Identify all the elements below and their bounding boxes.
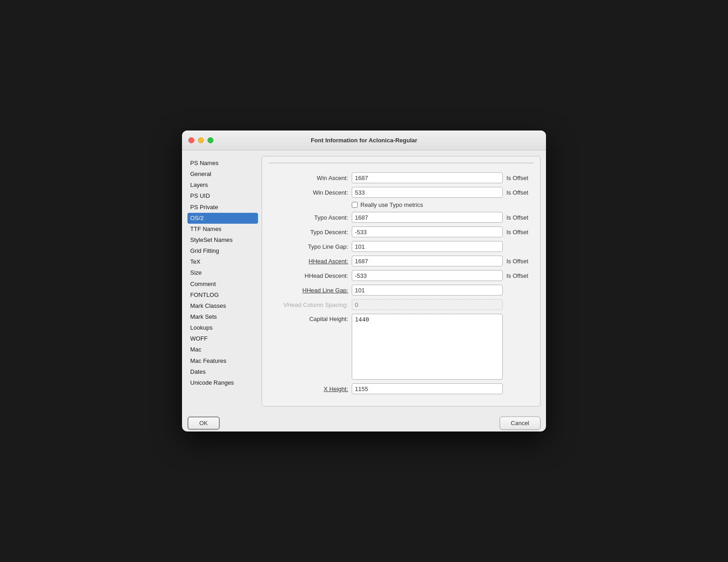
sidebar-item-dates[interactable]: Dates <box>187 366 258 377</box>
hhead-ascent-label: HHead Ascent: <box>268 258 348 265</box>
tab-bar <box>268 163 534 163</box>
hhead-descent-offset: Is Offset <box>506 272 534 279</box>
sidebar-item-styleset-names[interactable]: StyleSet Names <box>187 235 258 246</box>
sidebar-item-mac[interactable]: Mac <box>187 344 258 355</box>
typo-line-gap-row: Typo Line Gap: <box>268 241 534 252</box>
sidebar-item-mark-sets[interactable]: Mark Sets <box>187 311 258 322</box>
cancel-label: Cancel <box>511 420 529 427</box>
sidebar-item-mark-classes[interactable]: Mark Classes <box>187 301 258 311</box>
sidebar-item-ps-names[interactable]: PS Names <box>187 158 258 169</box>
win-descent-input[interactable] <box>352 187 503 198</box>
hhead-ascent-row: HHead Ascent: Is Offset <box>268 256 534 266</box>
hhead-line-gap-row: HHead Line Gap: <box>268 285 534 296</box>
win-ascent-label: Win Ascent: <box>268 175 348 181</box>
win-ascent-offset: Is Offset <box>506 175 534 181</box>
sidebar-item-ttf-names[interactable]: TTF Names <box>187 224 258 235</box>
win-descent-label: Win Descent: <box>268 189 348 196</box>
sidebar-item-ps-private[interactable]: PS Private <box>187 202 258 213</box>
typo-line-gap-input[interactable] <box>352 241 503 252</box>
sidebar-item-lookups[interactable]: Lookups <box>187 322 258 333</box>
typo-ascent-input[interactable] <box>352 212 503 223</box>
sidebar-item-size[interactable]: Size <box>187 267 258 278</box>
x-height-row: X Height: <box>268 383 534 394</box>
minimize-button[interactable] <box>198 137 204 143</box>
sidebar-item-unicode-ranges[interactable]: Unicode Ranges <box>187 377 258 388</box>
x-height-label: X Height: <box>268 386 348 392</box>
win-descent-row: Win Descent: Is Offset <box>268 187 534 198</box>
app-window: Font Information for Aclonica-Regular PS… <box>182 130 546 432</box>
hhead-descent-row: HHead Descent: Is Offset <box>268 270 534 281</box>
x-height-input[interactable] <box>352 383 503 394</box>
sidebar-item-woff[interactable]: WOFF <box>187 333 258 344</box>
sidebar-item-comment[interactable]: Comment <box>187 279 258 290</box>
typo-ascent-row: Typo Ascent: Is Offset <box>268 212 534 223</box>
vhead-col-spacing-input <box>352 299 503 310</box>
hhead-ascent-offset: Is Offset <box>506 258 534 265</box>
hhead-descent-input[interactable] <box>352 270 503 281</box>
hhead-line-gap-input[interactable] <box>352 285 503 296</box>
typo-ascent-label: Typo Ascent: <box>268 214 348 221</box>
win-ascent-row: Win Ascent: Is Offset <box>268 172 534 183</box>
typo-ascent-offset: Is Offset <box>506 214 534 221</box>
close-button[interactable] <box>188 137 194 143</box>
win-ascent-input[interactable] <box>352 172 503 183</box>
typo-metrics-checkbox[interactable] <box>352 202 358 208</box>
sidebar-item-layers[interactable]: Layers <box>187 180 258 191</box>
hhead-ascent-input[interactable] <box>352 256 503 266</box>
sidebar-item-ps-uid[interactable]: PS UID <box>187 191 258 201</box>
window-content: PS NamesGeneralLayersPS UIDPS PrivateOS/… <box>182 151 546 412</box>
cancel-button[interactable]: Cancel <box>500 416 541 430</box>
typo-descent-row: Typo Descent: Is Offset <box>268 226 534 237</box>
form-area: Win Ascent: Is Offset Win Descent: Is Of… <box>268 171 534 400</box>
ok-button[interactable]: OK <box>187 416 220 430</box>
typo-metrics-label: Really use Typo metrics <box>360 201 423 208</box>
capital-height-label: Capital Height: <box>268 314 348 322</box>
window-title: Font Information for Aclonica-Regular <box>311 137 417 144</box>
traffic-lights <box>188 137 213 143</box>
main-panel: Win Ascent: Is Offset Win Descent: Is Of… <box>262 156 541 406</box>
titlebar: Font Information for Aclonica-Regular <box>182 130 546 151</box>
ok-label: OK <box>199 420 208 427</box>
capital-height-textarea[interactable] <box>352 314 503 380</box>
vhead-col-spacing-label: VHead Column Spacing: <box>268 301 348 308</box>
sidebar-item-os2[interactable]: OS/2 <box>187 213 258 224</box>
typo-descent-offset: Is Offset <box>506 229 534 236</box>
maximize-button[interactable] <box>207 137 213 143</box>
hhead-descent-label: HHead Descent: <box>268 272 348 279</box>
typo-line-gap-label: Typo Line Gap: <box>268 243 348 250</box>
sidebar-item-tex[interactable]: TeX <box>187 256 258 267</box>
vhead-col-spacing-row: VHead Column Spacing: <box>268 299 534 310</box>
typo-metrics-row: Really use Typo metrics <box>268 201 534 208</box>
button-bar: OK Cancel <box>182 412 546 432</box>
sidebar: PS NamesGeneralLayersPS UIDPS PrivateOS/… <box>187 156 258 406</box>
sidebar-item-general[interactable]: General <box>187 169 258 180</box>
typo-descent-input[interactable] <box>352 226 503 237</box>
sidebar-item-fontlog[interactable]: FONTLOG <box>187 290 258 301</box>
win-descent-offset: Is Offset <box>506 189 534 196</box>
typo-descent-label: Typo Descent: <box>268 229 348 236</box>
sidebar-item-grid-fitting[interactable]: Grid Fitting <box>187 246 258 256</box>
sidebar-item-mac-features[interactable]: Mac Features <box>187 356 258 366</box>
hhead-line-gap-label: HHead Line Gap: <box>268 287 348 294</box>
capital-height-row: Capital Height: <box>268 314 534 380</box>
